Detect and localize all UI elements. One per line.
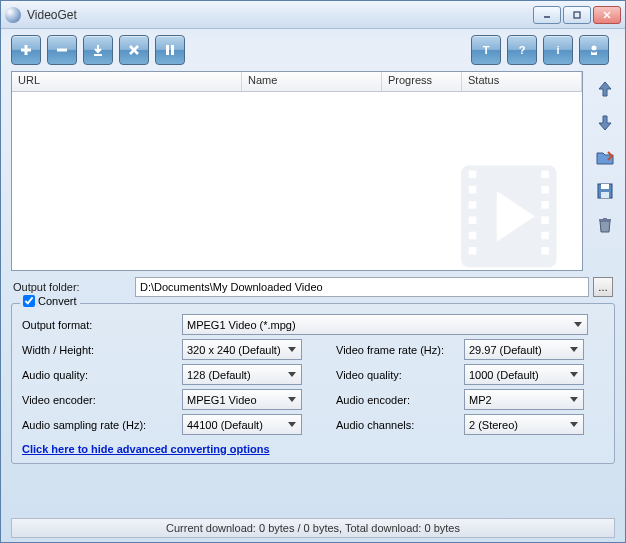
svg-rect-28	[541, 247, 549, 255]
svg-rect-31	[601, 184, 609, 189]
close-button[interactable]	[593, 6, 621, 24]
watermark-icon	[432, 140, 583, 271]
aq-label: Audio quality:	[22, 369, 174, 381]
convert-group: Convert Output format: MPEG1 Video (*.mp…	[11, 303, 615, 464]
download-button[interactable]	[83, 35, 113, 65]
browse-button[interactable]: …	[593, 277, 613, 297]
svg-rect-32	[601, 192, 609, 198]
download-list[interactable]: URL Name Progress Status	[11, 71, 583, 271]
wh-select[interactable]: 320 x 240 (Default)	[182, 339, 302, 360]
list-header: URL Name Progress Status	[12, 72, 582, 92]
app-icon	[5, 7, 21, 23]
remove-button[interactable]	[47, 35, 77, 65]
add-button[interactable]	[11, 35, 41, 65]
svg-text:i: i	[556, 44, 559, 56]
output-label: Output folder:	[13, 281, 131, 293]
toolbar: T ? i	[1, 29, 625, 71]
svg-rect-21	[469, 232, 477, 240]
svg-rect-17	[469, 171, 477, 179]
help-button[interactable]: ?	[507, 35, 537, 65]
move-up-button[interactable]	[593, 77, 617, 101]
vfr-label: Video frame rate (Hz):	[336, 344, 456, 356]
open-folder-button[interactable]	[593, 145, 617, 169]
window-controls	[533, 6, 621, 24]
convert-label: Convert	[38, 295, 77, 307]
advanced-toggle-link[interactable]: Click here to hide advanced converting o…	[22, 443, 270, 455]
ach-select[interactable]: 2 (Stereo)	[464, 414, 584, 435]
vq-select[interactable]: 1000 (Default)	[464, 364, 584, 385]
svg-text:?: ?	[519, 44, 526, 56]
status-text: Current download: 0 bytes / 0 bytes, Tot…	[166, 522, 460, 534]
wh-label: Width / Height:	[22, 344, 174, 356]
convert-legend: Convert	[20, 295, 80, 307]
titlebar: VideoGet	[1, 1, 625, 29]
save-button[interactable]	[593, 179, 617, 203]
asr-select[interactable]: 44100 (Default)	[182, 414, 302, 435]
side-buttons	[593, 77, 617, 237]
convert-checkbox[interactable]	[23, 295, 35, 307]
vq-label: Video quality:	[336, 369, 456, 381]
svg-rect-26	[541, 216, 549, 224]
pause-button[interactable]	[155, 35, 185, 65]
settings-button[interactable]	[579, 35, 609, 65]
output-folder-input[interactable]	[135, 277, 589, 297]
svg-rect-25	[541, 201, 549, 209]
stop-button[interactable]	[119, 35, 149, 65]
svg-rect-33	[599, 219, 611, 221]
aenc-select[interactable]: MP2	[464, 389, 584, 410]
svg-rect-22	[469, 247, 477, 255]
format-label: Output format:	[22, 319, 174, 331]
svg-rect-1	[574, 12, 580, 18]
col-name[interactable]: Name	[242, 72, 382, 91]
svg-rect-24	[541, 186, 549, 194]
svg-rect-10	[166, 45, 169, 55]
delete-button[interactable]	[593, 213, 617, 237]
asr-label: Audio sampling rate (Hz):	[22, 419, 174, 431]
output-row: Output folder: …	[1, 271, 625, 303]
col-status[interactable]: Status	[462, 72, 582, 91]
svg-rect-11	[171, 45, 174, 55]
vfr-select[interactable]: 29.97 (Default)	[464, 339, 584, 360]
window-title: VideoGet	[27, 8, 533, 22]
app-window: VideoGet T ? i URL Name Progress Status	[0, 0, 626, 543]
svg-text:T: T	[483, 44, 490, 56]
tool-t-button[interactable]: T	[471, 35, 501, 65]
svg-rect-20	[469, 216, 477, 224]
svg-point-15	[592, 46, 597, 51]
aenc-label: Audio encoder:	[336, 394, 456, 406]
col-url[interactable]: URL	[12, 72, 242, 91]
maximize-button[interactable]	[563, 6, 591, 24]
svg-rect-19	[469, 201, 477, 209]
move-down-button[interactable]	[593, 111, 617, 135]
svg-rect-23	[541, 171, 549, 179]
status-bar: Current download: 0 bytes / 0 bytes, Tot…	[11, 518, 615, 538]
aq-select[interactable]: 128 (Default)	[182, 364, 302, 385]
venc-select[interactable]: MPEG1 Video	[182, 389, 302, 410]
col-progress[interactable]: Progress	[382, 72, 462, 91]
minimize-button[interactable]	[533, 6, 561, 24]
info-button[interactable]: i	[543, 35, 573, 65]
ach-label: Audio channels:	[336, 419, 456, 431]
format-select[interactable]: MPEG1 Video (*.mpg)	[182, 314, 588, 335]
svg-rect-27	[541, 232, 549, 240]
svg-rect-18	[469, 186, 477, 194]
venc-label: Video encoder:	[22, 394, 174, 406]
